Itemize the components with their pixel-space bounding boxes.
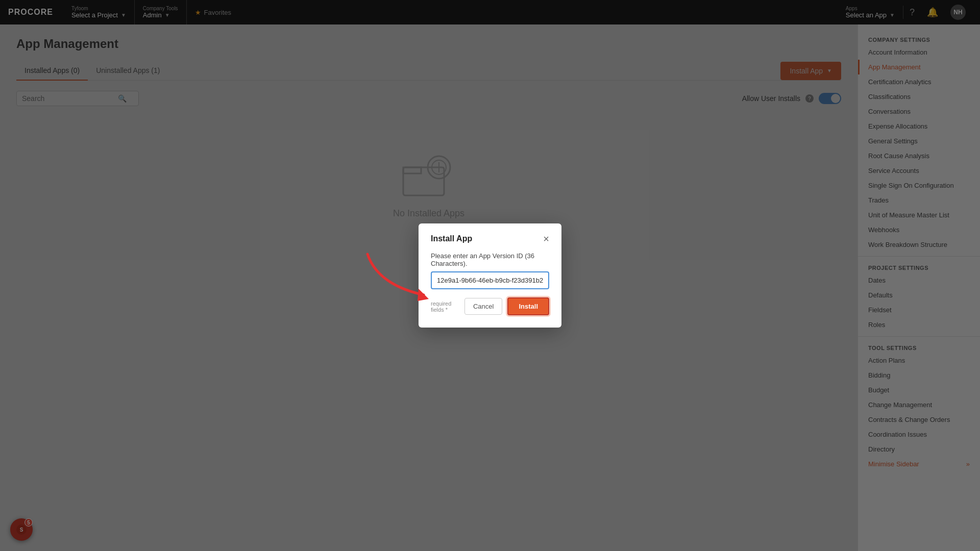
install-app-modal: Install App × Please enter an App Versio…	[419, 223, 561, 328]
cancel-button[interactable]: Cancel	[464, 298, 502, 315]
install-button[interactable]: Install	[507, 297, 549, 315]
modal-instruction: Please enter an App Version ID (36 Chara…	[431, 252, 549, 267]
required-fields-text: required fields *	[431, 300, 459, 313]
app-version-id-input[interactable]	[431, 271, 549, 289]
modal-footer: required fields * Cancel Install	[431, 297, 549, 315]
svg-marker-4	[418, 289, 429, 301]
modal-title: Install App	[431, 234, 472, 243]
modal-header: Install App ×	[431, 234, 549, 244]
modal-overlay[interactable]: Install App × Please enter an App Versio…	[0, 0, 980, 551]
modal-close-button[interactable]: ×	[543, 234, 549, 244]
modal-body: Please enter an App Version ID (36 Chara…	[431, 252, 549, 297]
